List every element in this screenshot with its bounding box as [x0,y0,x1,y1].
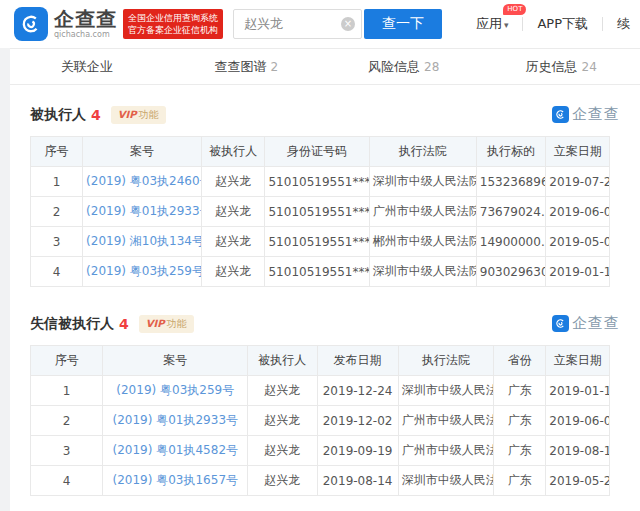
table-cell: 广州市中级人民法院 [369,197,476,227]
table-cell: 广州市中级人民法院 [398,436,494,466]
column-header: 案号 [103,346,248,376]
vip-badge: VIP功能 [111,106,166,124]
case-number-cell: (2019) 粤03执2460号 [83,167,202,197]
section-title: 被执行人 [30,106,86,124]
qichacha-logo[interactable]: 企查查 qichacha.com [14,7,117,41]
table-cell: 2019-08-14 [317,466,398,496]
tab-history-info[interactable]: 历史信息24 [483,58,640,76]
table-cell: 2019-05-24 [546,466,610,496]
table-cell: 广东 [494,436,546,466]
search-area: × [233,9,362,39]
table-cell: 深圳市中级人民法院 [398,376,494,406]
top-header: 企查查 qichacha.com 全国企业信用查询系统 官方备案企业征信机构 ×… [0,0,640,48]
column-header: 立案日期 [546,137,610,167]
clear-icon[interactable]: × [341,17,355,31]
qichacha-watermark-icon [552,106,569,123]
table-cell: 广东 [494,406,546,436]
table-cell: 赵兴龙 [201,257,265,287]
app-download-link[interactable]: APP下载 [527,15,598,33]
column-header: 执行标的 [476,137,545,167]
table-cell: 4 [31,257,83,287]
case-number-link[interactable]: (2019) 粤03执1657号 [112,473,238,487]
table-row: 4(2019) 粤03执259号赵兴龙51010519551****9716深圳… [31,257,610,287]
renew-link-cutoff[interactable]: 续 [607,15,640,33]
divider [602,17,603,31]
table-cell: 51010519551****9716 [265,167,369,197]
table-cell: 903029630.0 [476,257,545,287]
certification-badge: 全国企业信用查询系统 官方备案企业征信机构 [123,9,223,39]
table-header-row: 序号案号被执行人身份证号码执行法院执行标的立案日期 [31,137,610,167]
table-cell: 2019-08-16 [546,436,610,466]
case-number-cell: (2019) 粤03执259号 [103,376,248,406]
table-cell: 2019-06-06 [546,406,610,436]
case-number-link[interactable]: (2019) 粤03执259号 [86,264,201,278]
table-cell: 153236896.0 [476,167,545,197]
enforced-person-table: 序号案号被执行人身份证号码执行法院执行标的立案日期 1(2019) 粤03执24… [30,136,610,287]
section-count: 4 [119,316,129,332]
case-number-cell: (2019) 粤03执1657号 [103,466,248,496]
brand-name: 企查查 [54,9,117,29]
table-cell: 3 [31,436,103,466]
table-cell: 2 [31,406,103,436]
case-number-cell: (2019) 湘10执134号 [83,227,202,257]
table-cell: 73679024.0 [476,197,545,227]
column-header: 序号 [31,137,83,167]
table-cell: 2 [31,197,83,227]
table-cell: 1 [31,376,103,406]
table-cell: 2019-12-02 [317,406,398,436]
table-cell: 2019-01-17 [546,257,610,287]
table-cell: 深圳市中级人民法院 [369,257,476,287]
table-row: 1(2019) 粤03执2460号赵兴龙51010519551****9716深… [31,167,610,197]
table-cell: 广州市中级人民法院 [398,406,494,436]
qichacha-watermark-icon [552,315,569,332]
tab-risk-info[interactable]: 风险信息28 [325,58,483,76]
qichacha-watermark: 企查查 [552,105,620,124]
table-cell: 赵兴龙 [248,376,317,406]
case-number-link[interactable]: (2019) 粤03执2460号 [86,174,201,188]
section-count: 4 [91,107,101,123]
table-cell: 51010519551****9716 [265,257,369,287]
vip-badge: VIP功能 [139,315,194,333]
table-cell: 赵兴龙 [201,167,265,197]
divider [522,17,523,31]
case-number-cell: (2019) 粤01执4582号 [103,436,248,466]
case-number-link[interactable]: (2019) 粤01执2933号 [112,413,238,427]
table-cell: 广东 [494,466,546,496]
case-number-link[interactable]: (2019) 粤01执2933号 [86,204,201,218]
table-cell: 深圳市中级人民法院 [369,167,476,197]
table-cell: 2019-05-05 [546,227,610,257]
case-number-link[interactable]: (2019) 粤03执259号 [116,383,234,397]
table-cell: 14900000.0 [476,227,545,257]
table-cell: 51010519551****9716 [265,197,369,227]
table-cell: 1 [31,167,83,197]
search-button[interactable]: 查一下 [364,9,442,39]
table-cell: 2019-07-25 [546,167,610,197]
column-header: 执行法院 [398,346,494,376]
dishonest-person-table: 序号案号被执行人发布日期执行法院省份立案日期 1(2019) 粤03执259号赵… [30,345,610,496]
table-cell: 深圳市中级人民法院 [398,466,494,496]
case-number-link[interactable]: (2019) 粤01执4582号 [112,443,238,457]
table-row: 2(2019) 粤01执2933号赵兴龙51010519551****9716广… [31,197,610,227]
section-gap [30,287,640,314]
qichacha-watermark: 企查查 [552,314,620,333]
column-header: 省份 [494,346,546,376]
table-cell: 广东 [494,376,546,406]
apps-menu[interactable]: 应用▾ HOT [466,15,519,33]
column-header: 案号 [83,137,202,167]
table-row: 2(2019) 粤01执2933号赵兴龙2019-12-02广州市中级人民法院广… [31,406,610,436]
case-number-cell: (2019) 粤01执2933号 [83,197,202,227]
case-number-link[interactable]: (2019) 湘10执134号 [86,234,201,248]
table-row: 3(2019) 粤01执4582号赵兴龙2019-09-19广州市中级人民法院广… [31,436,610,466]
tab-chacha-graph[interactable]: 查查图谱2 [168,58,326,76]
table-cell: 51010519551****9716 [265,227,369,257]
tab-related-companies[interactable]: 关联企业 [10,58,168,76]
table-row: 3(2019) 湘10执134号赵兴龙51010519551****9716郴州… [31,227,610,257]
table-cell: 赵兴龙 [248,466,317,496]
table-cell: 郴州市中级人民法院 [369,227,476,257]
table-cell: 2019-09-19 [317,436,398,466]
page-body: 关联企业 查查图谱2 风险信息28 历史信息24 被执行人 4 VIP功能 [0,48,640,511]
main-content: 被执行人 4 VIP功能 企查查 [10,85,640,496]
header-links: 应用▾ HOT APP下载 续 [466,15,640,33]
hot-badge: HOT [503,4,526,15]
column-header: 序号 [31,346,103,376]
